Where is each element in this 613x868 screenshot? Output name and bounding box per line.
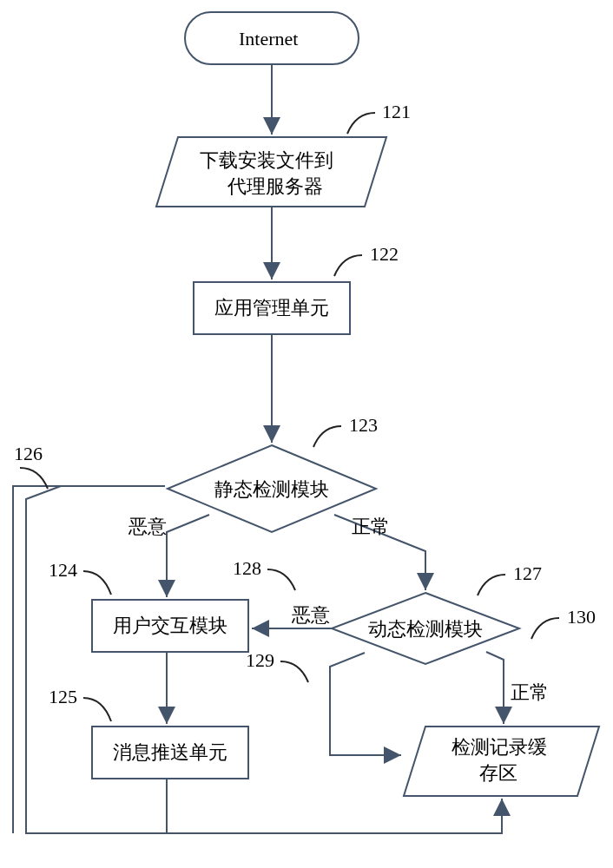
- record-cache-line1: 检测记录缓: [452, 736, 547, 758]
- node-download: 下载安装文件到 代理服务器: [156, 137, 386, 207]
- edge-static-normal: 正常: [352, 516, 390, 537]
- callout-121: 121: [382, 101, 411, 122]
- callout-124: 124: [49, 559, 77, 581]
- edge-dynamic-malicious: 恶意: [291, 604, 330, 626]
- app-mgmt-label: 应用管理单元: [214, 297, 329, 319]
- download-line2: 代理服务器: [227, 175, 323, 197]
- user-interact-label: 用户交互模块: [113, 615, 227, 636]
- msg-push-label: 消息推送单元: [113, 741, 227, 763]
- callout-127: 127: [513, 562, 542, 584]
- internet-label: Internet: [239, 28, 298, 49]
- edge-static-malicious: 恶意: [128, 516, 167, 537]
- dynamic-detect-label: 动态检测模块: [368, 618, 483, 640]
- node-record-cache: 检测记录缓 存区: [404, 727, 599, 796]
- callout-128: 128: [233, 557, 261, 579]
- node-internet: Internet: [185, 12, 359, 64]
- callout-126: 126: [14, 443, 43, 464]
- flowchart: Internet 下载安装文件到 代理服务器 121 应用管理单元 122 静态…: [0, 0, 613, 868]
- node-user-interact: 用户交互模块: [92, 600, 248, 652]
- node-msg-push: 消息推送单元: [92, 727, 248, 779]
- callout-125: 125: [49, 686, 77, 707]
- download-line1: 下载安装文件到: [200, 149, 333, 171]
- callout-122: 122: [370, 243, 399, 265]
- edge-dynamic-normal: 正常: [511, 681, 549, 703]
- callout-123: 123: [349, 414, 378, 436]
- static-detect-label: 静态检测模块: [214, 478, 329, 500]
- callout-129: 129: [246, 649, 274, 671]
- callout-130: 130: [567, 606, 596, 628]
- node-app-mgmt: 应用管理单元: [194, 282, 350, 334]
- record-cache-line2: 存区: [479, 762, 517, 784]
